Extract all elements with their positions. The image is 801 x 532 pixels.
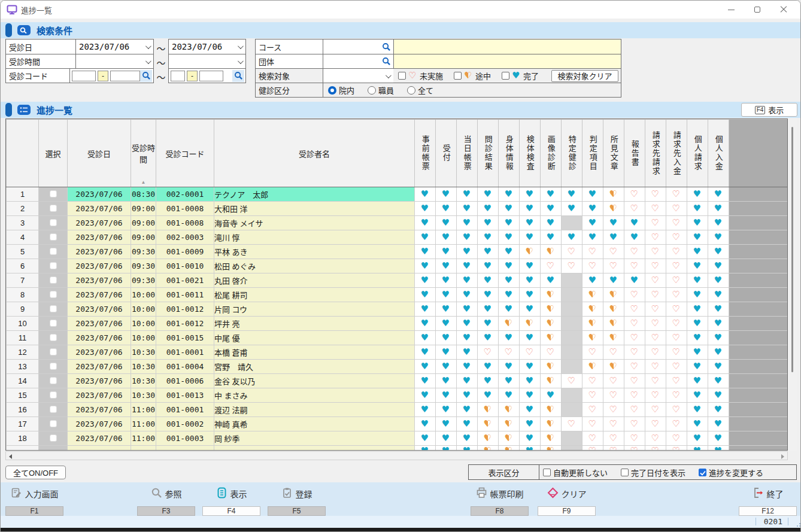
row-select-cell[interactable] <box>39 317 68 331</box>
status-cell-15[interactable]: ♥ <box>708 360 729 374</box>
status-cell-12[interactable]: ♡ <box>645 273 666 288</box>
row-checkbox[interactable] <box>50 348 57 355</box>
status-cell-11[interactable]: ♥ <box>624 230 645 245</box>
status-cell-1[interactable]: ♥ <box>415 288 436 302</box>
status-cell-10[interactable]: ♡ <box>603 417 624 431</box>
status-cell-2[interactable]: ♥ <box>436 317 457 331</box>
course-input[interactable] <box>325 39 378 54</box>
row-checkbox[interactable] <box>50 320 57 327</box>
status-column-header[interactable]: 個人請求 <box>687 120 708 187</box>
status-cell-14[interactable]: ♥ <box>687 388 708 403</box>
table-row[interactable]: 42023/07/0609:00002-0003滝川 惇♥♥♥♥♥♥♥♥♥♥♥♡… <box>7 230 788 245</box>
status-cell-3[interactable]: ♥ <box>457 245 478 259</box>
status-cell-15[interactable]: ♥ <box>708 187 729 202</box>
status-cell-11[interactable]: ♡ <box>624 417 645 431</box>
table-row[interactable]: 172023/07/0611:00001-0002神崎 真希♥♥♥♥♡♥♡♥♥♡… <box>7 417 788 431</box>
status-cell-4[interactable]: ♥ <box>478 245 499 259</box>
maximize-button[interactable] <box>744 1 770 19</box>
status-cell-10[interactable]: ♡ <box>603 259 624 273</box>
status-cell-7[interactable]: ♥♡ <box>541 417 562 431</box>
visit-date-from-combo[interactable]: 2023/07/06 <box>76 39 153 54</box>
status-cell-6[interactable]: ♥ <box>520 259 541 273</box>
status-cell-13[interactable]: ♡ <box>666 431 687 446</box>
row-select-cell[interactable] <box>39 245 68 259</box>
row-checkbox[interactable] <box>50 219 57 226</box>
status-cell-14[interactable]: ♥ <box>687 245 708 259</box>
status-cell-13[interactable]: ♡ <box>666 288 687 302</box>
code-column-header[interactable]: 受診コード <box>156 120 214 187</box>
status-cell-6[interactable]: ♥ <box>520 187 541 202</box>
status-cell-10[interactable]: ♡ <box>603 245 624 259</box>
status-cell-13[interactable]: ♡ <box>666 202 687 216</box>
status-cell-10[interactable]: ♡ <box>603 345 624 360</box>
name-column-header[interactable]: 受診者名 <box>214 120 415 187</box>
status-cell-5[interactable]: ♥ <box>499 230 520 245</box>
display-option-1[interactable]: 自動更新しない <box>543 467 608 478</box>
status-column-header[interactable]: 検体検査 <box>520 120 541 187</box>
close-button[interactable] <box>770 1 797 19</box>
status-cell-5[interactable]: ♥ <box>499 187 520 202</box>
legend-checkbox-done[interactable] <box>502 72 509 80</box>
row-checkbox[interactable] <box>50 334 57 341</box>
status-cell-14[interactable]: ♥ <box>687 374 708 388</box>
status-cell-13[interactable]: ♡ <box>666 403 687 417</box>
status-cell-5[interactable]: ♥ <box>499 374 520 388</box>
row-checkbox[interactable] <box>50 434 57 442</box>
status-cell-5[interactable]: ♥♡ <box>499 403 520 417</box>
row-checkbox[interactable] <box>50 276 57 284</box>
status-cell-15[interactable]: ♥ <box>708 345 729 360</box>
status-cell-5[interactable]: ♥ <box>499 273 520 288</box>
status-cell-15[interactable]: ♥ <box>708 331 729 345</box>
status-cell-8[interactable] <box>562 288 582 302</box>
status-cell-1[interactable]: ♥ <box>415 331 436 345</box>
status-cell-9[interactable]: ♡ <box>582 374 603 388</box>
status-cell-6[interactable]: ♥ <box>520 417 541 431</box>
radio-icon[interactable] <box>368 86 376 95</box>
status-cell-15[interactable]: ♥ <box>708 403 729 417</box>
status-cell-7[interactable]: ♡ <box>541 345 562 360</box>
status-cell-4[interactable]: ♥ <box>478 187 499 202</box>
status-cell-11[interactable]: ♡ <box>624 288 645 302</box>
radio-option-2[interactable]: 職員 <box>368 84 394 96</box>
row-select-cell[interactable] <box>39 417 68 431</box>
status-cell-4[interactable]: ♥ <box>478 360 499 374</box>
status-cell-7[interactable]: ♥♡ <box>541 317 562 331</box>
status-cell-12[interactable]: ♡ <box>645 259 666 273</box>
status-cell-15[interactable]: ♥ <box>708 230 729 245</box>
display-checkbox[interactable] <box>543 469 551 476</box>
row-checkbox[interactable] <box>50 262 57 269</box>
status-cell-15[interactable]: ♥ <box>708 374 729 388</box>
status-column-header[interactable]: 判定項目 <box>582 120 603 187</box>
status-cell-15[interactable]: ♥ <box>708 259 729 273</box>
table-row[interactable]: 102023/07/0610:00001-0012坪井 亮♥♥♥♥♥♡♥♡♥♡♥… <box>7 317 788 331</box>
visit-code-from-search-icon[interactable] <box>140 70 152 82</box>
row-select-cell[interactable] <box>39 388 68 403</box>
status-cell-10[interactable]: ♡ <box>603 431 624 446</box>
row-checkbox[interactable] <box>50 377 57 384</box>
status-cell-9[interactable]: ♥♡ <box>582 302 603 317</box>
row-select-cell[interactable] <box>39 431 68 446</box>
status-cell-8[interactable]: ♡ <box>562 417 582 431</box>
status-cell-1[interactable]: ♥ <box>415 230 436 245</box>
f4-display-button[interactable]: F4 表示 <box>741 103 797 117</box>
search-target-combo[interactable] <box>323 69 393 83</box>
display-option-2[interactable]: 完了日付を表示 <box>621 467 685 478</box>
status-cell-11[interactable]: ♡ <box>624 403 645 417</box>
status-cell-8[interactable] <box>562 431 582 446</box>
all-on-off-button[interactable]: 全てON/OFF <box>5 466 66 479</box>
table-row[interactable]: 162023/07/0611:00001-0001渡辺 法嗣♥♥♥♥♡♥♡♥♥♡… <box>7 403 788 417</box>
status-cell-11[interactable]: ♡ <box>624 187 645 202</box>
status-cell-9[interactable]: ♥♡ <box>582 288 603 302</box>
status-cell-11[interactable]: ♡ <box>624 317 645 331</box>
status-cell-14[interactable]: ♥ <box>687 431 708 446</box>
row-checkbox[interactable] <box>50 248 57 255</box>
visit-date-to-combo[interactable]: 2023/07/06 <box>169 39 245 54</box>
status-column-header[interactable]: 報告書 <box>624 120 645 187</box>
status-cell-9[interactable]: ♥ <box>582 216 603 230</box>
table-row[interactable]: 52023/07/0609:30001-0009平林 あき♥♥♥♥♥♥♡♥♡♡♡… <box>7 245 788 259</box>
status-cell-1[interactable]: ♥ <box>415 431 436 446</box>
status-cell-12[interactable]: ♡ <box>645 360 666 374</box>
status-cell-3[interactable]: ♥ <box>457 187 478 202</box>
fn-button-f5[interactable]: 登録F5 <box>268 482 326 516</box>
status-cell-9[interactable]: ♥ <box>582 187 603 202</box>
